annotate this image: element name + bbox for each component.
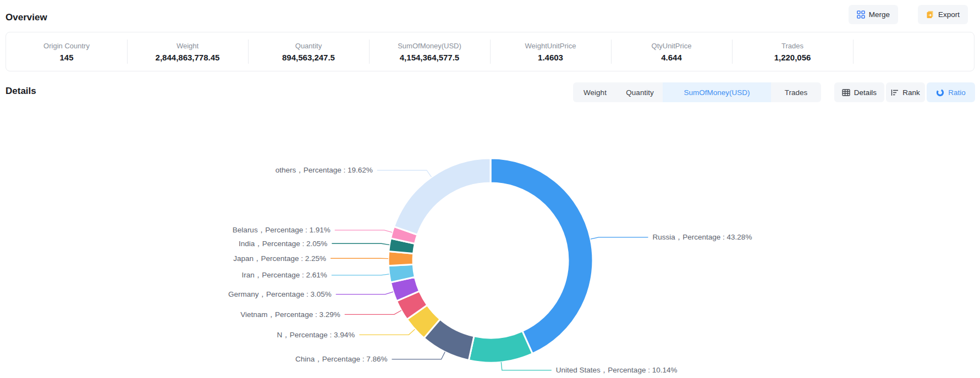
slice-label-russia: Russia，Percentage : 43.28% bbox=[653, 233, 752, 241]
tab-sum-of-money[interactable]: SumOfMoney(USD) bbox=[663, 82, 771, 102]
tab-weight[interactable]: Weight bbox=[573, 82, 617, 102]
slice-russia[interactable] bbox=[491, 158, 593, 354]
leader-line-others bbox=[377, 170, 432, 177]
slice-label-others: others，Percentage : 19.62% bbox=[276, 166, 373, 174]
slice-united-states[interactable] bbox=[469, 331, 532, 363]
overview-stats-card: Origin Country 145 Weight 2,844,863,778.… bbox=[5, 32, 975, 71]
leader-line-india bbox=[332, 243, 389, 244]
leader-line-united-states bbox=[501, 362, 552, 370]
donut-icon bbox=[936, 88, 944, 97]
leader-line-vietnam bbox=[345, 310, 401, 314]
stat-sum-of-money: SumOfMoney(USD) 4,154,364,577.5 bbox=[369, 32, 490, 71]
export-button-label: Export bbox=[938, 10, 960, 19]
rank-icon bbox=[891, 89, 899, 96]
view-ratio-button[interactable]: Ratio bbox=[927, 82, 975, 102]
metric-tabs: Weight Quantity SumOfMoney(USD) Trades bbox=[573, 82, 821, 102]
tab-trades[interactable]: Trades bbox=[771, 82, 821, 102]
details-title: Details bbox=[5, 86, 36, 97]
stat-empty bbox=[853, 32, 974, 71]
slice-others[interactable] bbox=[394, 158, 491, 235]
slice-label-united-states: United States，Percentage : 10.14% bbox=[556, 366, 678, 374]
stat-weight-unit-price: WeightUnitPrice 1.4603 bbox=[490, 32, 611, 71]
slice-label-japan: Japan，Percentage : 2.25% bbox=[233, 254, 326, 263]
page-title: Overview bbox=[5, 12, 47, 23]
merge-button[interactable]: Merge bbox=[849, 5, 898, 24]
slice-label-n: N，Percentage : 3.94% bbox=[277, 331, 355, 339]
export-icon bbox=[926, 10, 934, 19]
leader-line-n bbox=[359, 329, 415, 335]
view-rank-button[interactable]: Rank bbox=[886, 82, 925, 102]
stat-weight: Weight 2,844,863,778.45 bbox=[127, 32, 248, 71]
view-details-button[interactable]: Details bbox=[834, 82, 884, 102]
tab-quantity[interactable]: Quantity bbox=[617, 82, 663, 102]
leader-line-germany bbox=[336, 292, 393, 294]
merge-button-label: Merge bbox=[869, 10, 890, 19]
leader-line-china bbox=[392, 352, 445, 359]
leader-line-russia bbox=[591, 237, 648, 239]
stat-origin-country: Origin Country 145 bbox=[6, 32, 127, 71]
slice-label-vietnam: Vietnam，Percentage : 3.29% bbox=[240, 310, 340, 319]
slice-label-china: China，Percentage : 7.86% bbox=[295, 355, 387, 363]
leader-line-iran bbox=[332, 274, 389, 275]
donut-chart: Russia，Percentage : 43.28%United States，… bbox=[0, 103, 980, 378]
export-button[interactable]: Export bbox=[918, 5, 968, 24]
leader-line-belarus bbox=[335, 230, 392, 232]
stat-qty-unit-price: QtyUnitPrice 4.644 bbox=[611, 32, 732, 71]
slice-label-germany: Germany，Percentage : 3.05% bbox=[228, 290, 332, 298]
table-icon bbox=[842, 89, 850, 96]
header-buttons: Merge Export bbox=[849, 5, 968, 24]
slice-label-iran: Iran，Percentage : 2.61% bbox=[241, 271, 327, 279]
view-switcher: Details Rank Ratio bbox=[834, 82, 975, 102]
stat-trades: Trades 1,220,056 bbox=[732, 32, 853, 71]
slice-label-india: India，Percentage : 2.05% bbox=[239, 240, 327, 248]
trade-dashboard: Overview Merge Export Origin Country bbox=[0, 0, 980, 378]
stat-quantity: Quantity 894,563,247.5 bbox=[248, 32, 369, 71]
slice-label-belarus: Belarus，Percentage : 1.91% bbox=[233, 226, 331, 234]
merge-icon bbox=[857, 10, 865, 19]
